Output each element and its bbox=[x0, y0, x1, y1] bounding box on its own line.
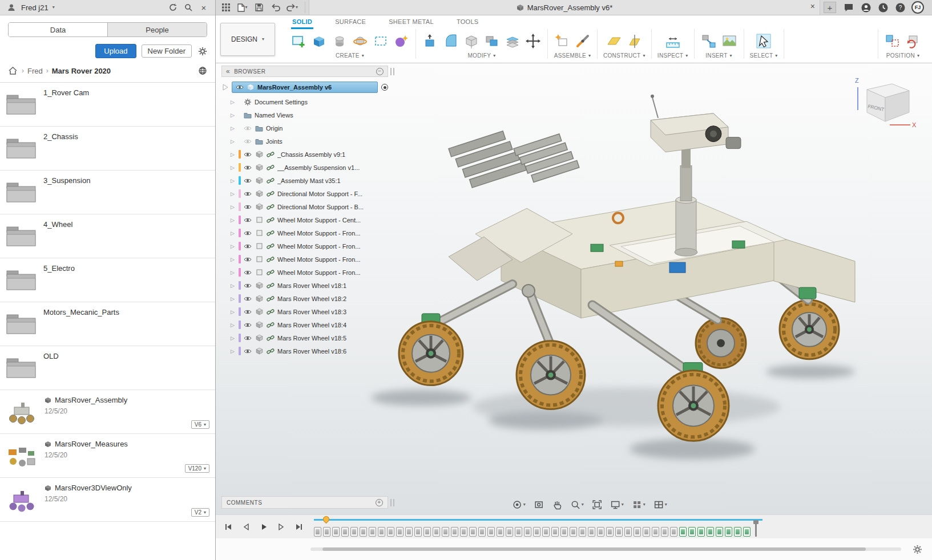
browser-item[interactable]: ▷ bbox=[221, 240, 388, 253]
timeline-feature-marker[interactable] bbox=[423, 527, 431, 537]
timeline-feature-marker[interactable] bbox=[478, 527, 486, 537]
comments-bar[interactable]: COMMENTS + bbox=[221, 496, 388, 509]
help-icon[interactable]: ? bbox=[894, 2, 906, 13]
visibility-eye-icon[interactable] bbox=[243, 176, 252, 185]
version-badge[interactable]: V6▾ bbox=[191, 420, 209, 429]
visibility-eye-icon[interactable] bbox=[243, 255, 252, 264]
pattern-marquee-icon[interactable] bbox=[372, 33, 389, 50]
timeline-feature-marker[interactable] bbox=[396, 527, 404, 537]
timeline-feature-marker[interactable] bbox=[634, 527, 641, 537]
timeline-feature-marker[interactable] bbox=[570, 527, 577, 537]
panel-resize-grip[interactable] bbox=[390, 68, 394, 75]
comment-bubble-icon[interactable] bbox=[843, 2, 854, 13]
preferences-gear-icon[interactable] bbox=[911, 543, 923, 555]
press-pull-icon[interactable] bbox=[422, 33, 439, 50]
expand-arrow-icon[interactable]: ▷ bbox=[231, 112, 236, 118]
shell-icon[interactable] bbox=[463, 33, 480, 50]
look-at-icon[interactable] bbox=[534, 500, 544, 510]
timeline-feature-marker[interactable] bbox=[323, 527, 330, 537]
expand-arrow-icon[interactable]: ▷ bbox=[231, 217, 236, 223]
view-cube[interactable]: Z X FRONT bbox=[850, 74, 918, 129]
timeline-feature-marker[interactable] bbox=[606, 527, 614, 537]
expand-arrow-icon[interactable]: ▷ bbox=[231, 230, 236, 236]
timeline-feature-marker[interactable] bbox=[414, 527, 422, 537]
timeline-feature-marker[interactable] bbox=[661, 527, 668, 537]
timeline-track[interactable] bbox=[314, 517, 757, 537]
folder-row[interactable]: 2_Chassis bbox=[0, 127, 215, 171]
combine-icon[interactable] bbox=[483, 33, 501, 50]
folder-row[interactable]: 3_Suspension bbox=[0, 171, 215, 214]
expand-arrow-icon[interactable]: ▷ bbox=[231, 348, 236, 354]
folder-row[interactable]: OLD bbox=[0, 346, 215, 390]
timeline-feature-marker[interactable] bbox=[670, 527, 677, 537]
timeline-feature-marker[interactable] bbox=[469, 527, 477, 537]
expand-arrow-icon[interactable]: ▷ bbox=[231, 296, 236, 302]
new-component-icon[interactable] bbox=[554, 33, 571, 50]
app-grid-menu-icon[interactable] bbox=[220, 2, 232, 13]
refresh-icon[interactable] bbox=[167, 2, 179, 13]
construction-axis-icon[interactable] bbox=[626, 33, 643, 50]
tab-tools[interactable]: TOOLS bbox=[455, 15, 480, 29]
timeline-feature-marker[interactable] bbox=[524, 527, 531, 537]
cylinder-icon[interactable] bbox=[331, 33, 348, 50]
upload-button[interactable]: Upload bbox=[95, 44, 136, 58]
browser-item[interactable]: ▷ bbox=[221, 331, 388, 344]
browser-item[interactable]: ▷ bbox=[221, 174, 388, 187]
timeline-feature-marker[interactable] bbox=[734, 527, 741, 537]
timeline-feature-marker[interactable] bbox=[624, 527, 632, 537]
zoom-icon[interactable]: ▾ bbox=[570, 500, 584, 510]
timeline-feature-marker[interactable] bbox=[487, 527, 495, 537]
display-settings-icon[interactable]: ▾ bbox=[610, 500, 624, 510]
tab-data[interactable]: Data bbox=[9, 23, 108, 36]
timeline-feature-marker[interactable] bbox=[551, 527, 559, 537]
insert-derive-icon[interactable] bbox=[700, 33, 717, 50]
timeline-feature-marker[interactable] bbox=[497, 527, 504, 537]
create-sketch-icon[interactable] bbox=[290, 33, 307, 50]
expand-arrow-icon[interactable]: ▷ bbox=[231, 322, 236, 328]
orbit-icon[interactable]: ▾ bbox=[512, 500, 526, 510]
group-label-modify[interactable]: MODIFY▾ bbox=[467, 52, 495, 59]
timeline-horizontal-scrollbar[interactable] bbox=[310, 547, 901, 551]
timeline-feature-marker[interactable] bbox=[688, 527, 696, 537]
panel-resize-grip[interactable] bbox=[390, 499, 394, 506]
timeline-feature-marker[interactable] bbox=[743, 527, 751, 537]
folder-row[interactable]: 5_Electro bbox=[0, 258, 215, 302]
clock-history-icon[interactable] bbox=[877, 2, 889, 13]
expand-arrow-icon[interactable]: ▷ bbox=[231, 165, 236, 171]
timeline-feature-marker[interactable] bbox=[707, 527, 714, 537]
visibility-eye-icon[interactable] bbox=[243, 347, 252, 356]
timeline-feature-marker[interactable] bbox=[615, 527, 623, 537]
box-icon[interactable] bbox=[310, 33, 328, 50]
fillet-icon[interactable] bbox=[442, 33, 459, 50]
browser-item[interactable]: ▷ bbox=[221, 344, 388, 358]
user-name[interactable]: Fred j21 bbox=[21, 3, 49, 12]
timeline-feature-marker[interactable] bbox=[652, 527, 659, 537]
timeline-playhead[interactable] bbox=[755, 521, 757, 537]
browser-item[interactable]: ▷ bbox=[221, 121, 388, 135]
group-label-insert[interactable]: INSERT▾ bbox=[705, 52, 732, 59]
file-row[interactable]: MarsRover_Measures 12/5/20 V120▾ bbox=[0, 434, 215, 478]
visibility-eye-icon[interactable] bbox=[236, 83, 244, 91]
save-icon[interactable] bbox=[253, 2, 265, 13]
timeline-feature-marker[interactable] bbox=[679, 527, 687, 537]
visibility-eye-icon[interactable] bbox=[243, 216, 252, 225]
offset-faces-icon[interactable] bbox=[504, 33, 521, 50]
visibility-eye-icon[interactable] bbox=[243, 229, 252, 238]
search-icon[interactable] bbox=[183, 2, 194, 13]
timeline-feature-marker[interactable] bbox=[341, 527, 349, 537]
timeline-feature-marker[interactable] bbox=[588, 527, 595, 537]
timeline-feature-marker[interactable] bbox=[350, 527, 358, 537]
tab-solid[interactable]: SOLID bbox=[291, 15, 313, 29]
expand-arrow-icon[interactable]: ▷ bbox=[231, 309, 236, 315]
browser-item[interactable]: ▷ bbox=[221, 279, 388, 292]
browser-item[interactable]: ▷ bbox=[221, 318, 388, 331]
activate-component-radio[interactable] bbox=[381, 84, 388, 91]
version-badge[interactable]: V2▾ bbox=[191, 508, 209, 517]
group-label-assemble[interactable]: ASSEMBLE▾ bbox=[554, 52, 591, 59]
close-document-icon[interactable]: × bbox=[810, 2, 815, 10]
visibility-eye-icon[interactable] bbox=[243, 137, 252, 146]
timeline-feature-marker[interactable] bbox=[579, 527, 586, 537]
joint-icon[interactable] bbox=[574, 33, 591, 50]
timeline-feature-marker[interactable] bbox=[643, 527, 650, 537]
fit-view-icon[interactable] bbox=[592, 500, 602, 510]
